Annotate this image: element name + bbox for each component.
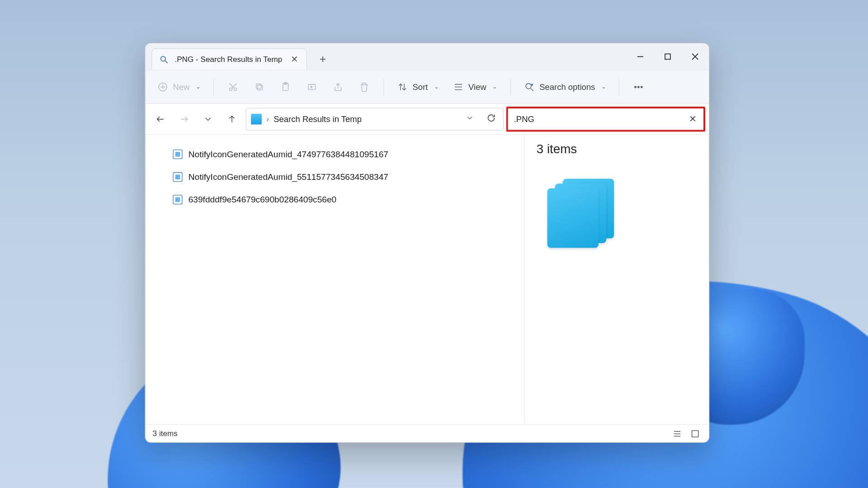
results-list[interactable]: NotifyIconGeneratedAumid_474977638448109… xyxy=(146,135,524,424)
clear-search-button[interactable]: ✕ xyxy=(686,113,700,124)
address-bar[interactable]: › Search Results in Temp xyxy=(245,108,504,130)
copy-button[interactable] xyxy=(247,76,271,97)
new-tab-button[interactable]: ＋ xyxy=(313,49,332,68)
forward-button[interactable] xyxy=(174,109,194,129)
breadcrumb-sep-icon: › xyxy=(266,115,269,123)
separator xyxy=(213,78,214,95)
thumbnails-view-button[interactable] xyxy=(689,427,702,440)
content-area: NotifyIconGeneratedAumid_474977638448109… xyxy=(146,135,709,424)
svg-rect-38 xyxy=(692,430,698,436)
more-button[interactable] xyxy=(627,76,651,97)
separator xyxy=(510,78,511,95)
tab-title: .PNG - Search Results in Temp xyxy=(175,55,282,64)
status-bar: 3 items xyxy=(146,424,709,442)
svg-line-11 xyxy=(232,83,237,88)
view-switcher xyxy=(671,427,702,440)
image-file-icon xyxy=(173,172,182,182)
svg-rect-17 xyxy=(308,84,316,89)
minimize-button[interactable] xyxy=(627,43,654,70)
list-item[interactable]: NotifyIconGeneratedAumid_474977638448109… xyxy=(173,143,513,165)
search-box[interactable]: ✕ xyxy=(507,108,704,130)
svg-point-26 xyxy=(526,83,531,89)
chevron-down-icon: ⌄ xyxy=(601,84,606,90)
svg-line-27 xyxy=(531,88,533,91)
file-name: NotifyIconGeneratedAumid_474977638448109… xyxy=(189,150,388,159)
up-button[interactable] xyxy=(222,109,242,129)
maximize-button[interactable] xyxy=(654,43,682,70)
address-text: Search Results in Temp xyxy=(274,114,457,124)
separator xyxy=(383,78,384,95)
status-item-count: 3 items xyxy=(153,429,178,438)
svg-point-0 xyxy=(161,56,166,61)
share-button[interactable] xyxy=(326,76,350,97)
sort-button[interactable]: Sort ⌄ xyxy=(391,76,444,97)
svg-rect-14 xyxy=(256,84,261,89)
svg-point-31 xyxy=(641,86,642,87)
svg-line-1 xyxy=(165,61,167,63)
view-button[interactable]: View ⌄ xyxy=(447,76,503,97)
recent-locations-button[interactable] xyxy=(198,109,218,129)
image-file-icon xyxy=(173,150,182,159)
search-options-button[interactable]: Search options ⌄ xyxy=(518,76,612,97)
details-view-button[interactable] xyxy=(671,427,684,440)
svg-point-30 xyxy=(638,86,639,87)
file-name: NotifyIconGeneratedAumid_551157734563450… xyxy=(189,172,388,182)
view-label: View xyxy=(468,82,486,91)
svg-rect-3 xyxy=(665,54,670,59)
svg-point-28 xyxy=(531,84,533,85)
svg-point-29 xyxy=(635,86,636,87)
sort-label: Sort xyxy=(413,82,428,91)
refresh-button[interactable] xyxy=(483,113,500,125)
chevron-down-icon: ⌄ xyxy=(492,84,497,90)
chevron-down-icon: ⌄ xyxy=(434,84,439,90)
details-header: 3 items xyxy=(537,142,577,156)
image-file-icon xyxy=(173,195,182,204)
list-item[interactable]: NotifyIconGeneratedAumid_551157734563450… xyxy=(173,166,513,188)
folder-icon xyxy=(251,113,262,124)
paste-button[interactable] xyxy=(274,76,297,97)
list-item[interactable]: 639fdddf9e54679c690b0286409c56e0 xyxy=(173,188,513,211)
cut-button[interactable] xyxy=(221,76,245,97)
new-button[interactable]: New ⌄ xyxy=(151,76,206,97)
search-input[interactable] xyxy=(514,114,686,124)
items-thumbnail xyxy=(547,179,619,250)
titlebar: .PNG - Search Results in Temp ✕ ＋ xyxy=(146,43,709,70)
new-label: New xyxy=(173,82,189,91)
close-button[interactable] xyxy=(681,43,709,70)
toolbar: New ⌄ xyxy=(146,70,709,103)
search-icon xyxy=(159,55,169,64)
separator xyxy=(619,78,619,95)
chevron-down-icon: ⌄ xyxy=(196,84,201,90)
navigation-row: › Search Results in Temp ✕ xyxy=(146,103,709,135)
delete-button[interactable] xyxy=(352,76,376,97)
window-controls xyxy=(627,43,709,70)
svg-rect-13 xyxy=(258,85,263,90)
search-options-label: Search options xyxy=(539,82,595,91)
back-button[interactable] xyxy=(150,109,170,129)
file-name: 639fdddf9e54679c690b0286409c56e0 xyxy=(189,195,337,204)
rename-button[interactable] xyxy=(300,76,324,97)
tab-close-button[interactable]: ✕ xyxy=(288,54,301,65)
svg-line-12 xyxy=(230,83,235,88)
explorer-window: .PNG - Search Results in Temp ✕ ＋ New xyxy=(145,43,709,443)
address-history-button[interactable] xyxy=(462,113,478,124)
tab-active[interactable]: .PNG - Search Results in Temp ✕ xyxy=(151,48,307,70)
details-pane: 3 items xyxy=(524,135,709,424)
